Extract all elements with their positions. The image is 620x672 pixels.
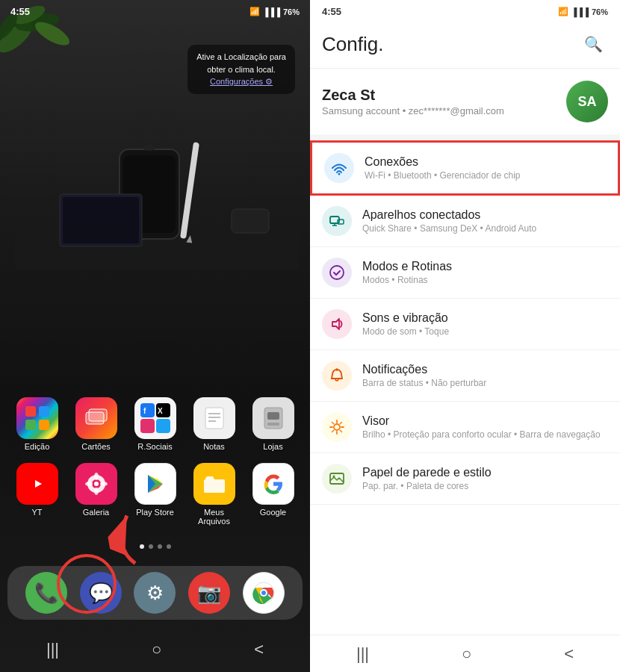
- papel-content: Papel de parede e estilo Pap. par. • Pal…: [362, 466, 608, 491]
- dock-chrome[interactable]: [243, 572, 285, 614]
- time-left: 4:55: [10, 6, 30, 17]
- papel-icon: [322, 464, 352, 494]
- app-google[interactable]: Google: [247, 463, 300, 526]
- nav-recents-left[interactable]: |||: [46, 640, 59, 659]
- sons-icon: [322, 309, 352, 339]
- dock-camera[interactable]: 📷: [188, 572, 230, 614]
- svg-line-68: [332, 430, 334, 432]
- papel-title: Papel de parede e estilo: [362, 466, 608, 479]
- settings-item-papel[interactable]: Papel de parede e estilo Pap. par. • Pal…: [310, 453, 620, 505]
- status-bar-left: 4:55 📶 ▐▐▐ 76%: [0, 0, 310, 20]
- weather-notification[interactable]: Ative a Localização para obter o clima l…: [187, 45, 295, 94]
- svg-point-57: [330, 266, 344, 279]
- google-label: Google: [260, 508, 286, 517]
- settings-item-visor[interactable]: Visor Brilho • Proteção para conforto oc…: [310, 402, 620, 453]
- profile-name: Zeca St: [322, 87, 504, 104]
- notificacoes-title: Notificações: [362, 363, 608, 376]
- sons-subtitle: Modo de som • Toque: [362, 326, 608, 337]
- notas-label: Notas: [203, 442, 225, 451]
- conexoes-icon: [324, 153, 354, 183]
- settings-item-notificacoes[interactable]: Notificações Barra de status • Não pertu…: [310, 350, 620, 402]
- aparelhos-icon: [322, 206, 352, 236]
- nav-home-left[interactable]: ○: [152, 640, 161, 659]
- weather-link[interactable]: Configurações ⚙: [196, 75, 286, 88]
- svg-rect-13: [232, 209, 269, 233]
- wifi-icon-right: 📶: [558, 7, 568, 16]
- profile-section[interactable]: Zeca St Samsung account • zec*******@gma…: [310, 69, 620, 140]
- edição-label: Edição: [25, 442, 50, 451]
- conexoes-title: Conexões: [365, 155, 606, 169]
- svg-point-38: [94, 473, 99, 480]
- right-panel: 4:55 📶 ▐▐▐ 76% Config. 🔍 Zeca St Samsung…: [310, 0, 620, 672]
- svg-rect-12: [63, 197, 139, 243]
- lojas-label: Lojas: [263, 442, 282, 451]
- nav-home-right[interactable]: ○: [456, 638, 477, 670]
- battery-left: 76%: [283, 7, 300, 16]
- app-grid-area: Edição Cartões: [0, 397, 310, 538]
- search-button[interactable]: 🔍: [578, 29, 608, 59]
- app-yt[interactable]: YT: [11, 463, 63, 526]
- aparelhos-content: Aparelhos conectados Quick Share • Samsu…: [362, 208, 608, 234]
- notificacoes-subtitle: Barra de status • Não perturbar: [362, 378, 608, 388]
- signal-icon-left: ▐▐▐: [263, 7, 280, 16]
- app-edição[interactable]: Edição: [11, 397, 63, 451]
- svg-rect-15: [39, 406, 49, 417]
- settings-title: Config.: [322, 33, 383, 56]
- svg-rect-19: [89, 409, 107, 421]
- cartoes-icon: [75, 397, 117, 439]
- svg-rect-32: [267, 423, 279, 426]
- dock: 📞 💬 ⚙ 📷: [7, 566, 303, 620]
- modos-content: Modos e Rotinas Modos • Rotinas: [362, 260, 608, 285]
- time-right: 4:55: [322, 6, 341, 17]
- settings-list: Conexões Wi-Fi • Bluetooth • Gerenciador…: [310, 140, 620, 635]
- aparelhos-title: Aparelhos conectados: [362, 208, 608, 222]
- dot-4: [167, 544, 171, 549]
- dock-settings[interactable]: ⚙: [134, 572, 176, 614]
- profile-account: Samsung account • zec*******@gmail.com: [322, 105, 504, 116]
- nav-recents-right[interactable]: |||: [350, 638, 375, 670]
- notas-icon: [193, 397, 235, 439]
- notificacoes-icon: [322, 361, 352, 391]
- svg-point-51: [338, 173, 341, 175]
- svg-rect-23: [156, 419, 170, 433]
- lojas-icon: [252, 397, 294, 439]
- svg-point-39: [94, 488, 99, 495]
- edição-icon: [16, 397, 58, 439]
- settings-item-conexoes[interactable]: Conexões Wi-Fi • Bluetooth • Gerenciador…: [310, 140, 620, 196]
- svg-rect-14: [25, 406, 36, 417]
- visor-subtitle: Brilho • Proteção para conforto ocular •…: [362, 429, 608, 440]
- sons-title: Sons e vibração: [362, 311, 608, 325]
- status-icons-right: 📶 ▐▐▐ 76%: [558, 7, 608, 16]
- yt-icon: [16, 463, 58, 505]
- modos-subtitle: Modos • Rotinas: [362, 275, 608, 285]
- app-cartoes[interactable]: Cartões: [70, 397, 123, 451]
- svg-line-66: [340, 430, 341, 432]
- meus-arquivos-label: Meus Arquivos: [188, 508, 241, 526]
- modos-title: Modos e Rotinas: [362, 260, 608, 273]
- conexoes-content: Conexões Wi-Fi • Bluetooth • Gerenciador…: [365, 155, 606, 181]
- svg-rect-17: [39, 420, 49, 430]
- svg-point-40: [85, 482, 93, 486]
- yt-label: YT: [31, 508, 42, 517]
- svg-point-37: [94, 482, 99, 486]
- sons-content: Sons e vibração Modo de som • Toque: [362, 311, 608, 337]
- rsociais-icon: f X: [134, 397, 176, 439]
- settings-item-modos[interactable]: Modos e Rotinas Modos • Rotinas: [310, 247, 620, 299]
- conexoes-subtitle: Wi-Fi • Bluetooth • Gerenciador de chip: [365, 170, 606, 181]
- settings-item-sons[interactable]: Sons e vibração Modo de som • Toque: [310, 299, 620, 350]
- settings-header: Config. 🔍: [310, 20, 620, 69]
- cartoes-label: Cartões: [81, 442, 111, 451]
- svg-rect-26: [205, 408, 223, 429]
- app-notas[interactable]: Notas: [188, 397, 241, 451]
- svg-rect-22: [140, 419, 155, 433]
- meus-arquivos-icon: [193, 463, 235, 505]
- app-lojas[interactable]: Lojas: [247, 397, 300, 451]
- settings-item-aparelhos[interactable]: Aparelhos conectados Quick Share • Samsu…: [310, 196, 620, 247]
- app-rsociais[interactable]: f X R.Sociais: [129, 397, 182, 451]
- aparelhos-subtitle: Quick Share • Samsung DeX • Android Auto: [362, 223, 608, 234]
- nav-back-right[interactable]: <: [558, 638, 580, 670]
- notificacoes-content: Notificações Barra de status • Não pertu…: [362, 363, 608, 388]
- app-meus-arquivos[interactable]: Meus Arquivos: [188, 463, 241, 526]
- nav-back-left[interactable]: <: [254, 640, 264, 659]
- settings-highlight-circle: [57, 554, 117, 614]
